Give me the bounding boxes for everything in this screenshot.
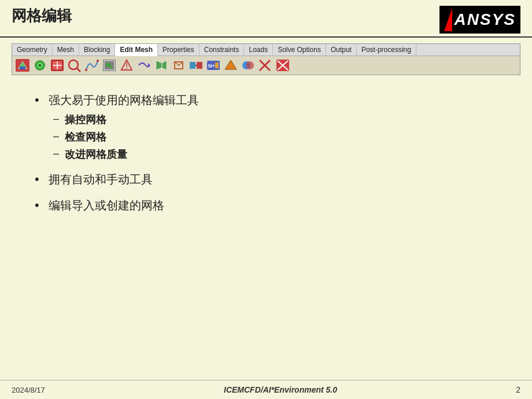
- svg-rect-25: [215, 62, 219, 68]
- toolbar-icon-9[interactable]: [153, 58, 169, 73]
- menu-constraints[interactable]: Constraints: [200, 44, 245, 56]
- menu-mesh[interactable]: Mesh: [53, 44, 79, 56]
- svg-point-27: [246, 61, 254, 69]
- svg-rect-2: [20, 66, 25, 69]
- page-title: 网格编辑: [12, 6, 72, 26]
- bullet-item-1: 强大易于使用的网格编辑工具 操控网格 检查网格 改进网格质量: [35, 93, 497, 161]
- logo-text: ANSYS: [455, 10, 516, 29]
- menu-bar: Geometry Mesh Blocking Edit Mesh Propert…: [12, 44, 520, 56]
- svg-point-17: [126, 68, 127, 69]
- menu-post-processing[interactable]: Post-processing: [357, 44, 416, 56]
- icon-bar: N+: [12, 56, 520, 75]
- toolbar-icon-4[interactable]: [66, 58, 83, 73]
- svg-point-5: [39, 64, 41, 66]
- footer: 2024/8/17 ICEMCFD/AI*Environment 5.0 2: [0, 380, 532, 399]
- toolbar-icon-8[interactable]: [136, 58, 152, 73]
- sub-item-1-3: 改进网格质量: [49, 147, 497, 161]
- toolbar-icon-5[interactable]: [84, 58, 100, 73]
- sub-item-1-1: 操控网格: [49, 113, 497, 127]
- svg-point-13: [97, 60, 99, 62]
- menu-blocking[interactable]: Blocking: [79, 44, 115, 56]
- toolbar-icon-2[interactable]: [32, 58, 48, 73]
- toolbar-icon-16[interactable]: [275, 58, 291, 73]
- toolbar-icon-7[interactable]: [119, 58, 135, 73]
- ansys-logo: ANSYS: [439, 6, 520, 34]
- svg-marker-18: [148, 63, 150, 68]
- svg-point-12: [85, 69, 87, 71]
- footer-center-text: ICEMCFD/AI*Environment 5.0: [224, 385, 337, 394]
- bullet-list: 强大易于使用的网格编辑工具 操控网格 检查网格 改进网格质量 拥有自动和手动工具…: [35, 93, 497, 213]
- logo-triangle-icon: [444, 8, 452, 31]
- sub-item-1-2: 检查网格: [49, 130, 497, 144]
- toolbar-icon-1[interactable]: [14, 58, 31, 73]
- svg-point-10: [69, 60, 78, 69]
- toolbar-icon-11[interactable]: [188, 58, 204, 73]
- menu-geometry[interactable]: Geometry: [12, 44, 53, 56]
- footer-date: 2024/8/17: [12, 386, 45, 394]
- toolbar-icon-12[interactable]: N+: [205, 58, 221, 73]
- toolbar-icon-13[interactable]: [223, 58, 239, 73]
- toolbar-icon-10[interactable]: [171, 58, 187, 73]
- sub-list-1: 操控网格 检查网格 改进网格质量: [49, 113, 497, 161]
- svg-rect-20: [190, 62, 195, 69]
- toolbar-icon-3[interactable]: [49, 58, 65, 73]
- svg-text:N+: N+: [208, 63, 215, 69]
- menu-edit-mesh[interactable]: Edit Mesh: [115, 44, 158, 56]
- main-content: 强大易于使用的网格编辑工具 操控网格 检查网格 改进网格质量 拥有自动和手动工具…: [0, 75, 532, 235]
- toolbar-icon-15[interactable]: [257, 58, 274, 73]
- toolbar-icon-14[interactable]: [240, 58, 256, 73]
- svg-line-11: [77, 68, 80, 72]
- menu-output[interactable]: Output: [326, 44, 357, 56]
- header: 网格编辑 ANSYS: [0, 0, 532, 38]
- toolbar-container: Geometry Mesh Blocking Edit Mesh Propert…: [12, 43, 520, 75]
- menu-solve-options[interactable]: Solve Options: [273, 44, 326, 56]
- toolbar-icon-6[interactable]: [101, 58, 117, 73]
- footer-page-number: 2: [516, 385, 520, 394]
- bullet-item-3: 编辑导入或创建的网格: [35, 198, 497, 213]
- bullet-item-2: 拥有自动和手动工具: [35, 172, 497, 187]
- menu-loads[interactable]: Loads: [244, 44, 273, 56]
- svg-rect-21: [197, 62, 202, 69]
- menu-properties[interactable]: Properties: [158, 44, 200, 56]
